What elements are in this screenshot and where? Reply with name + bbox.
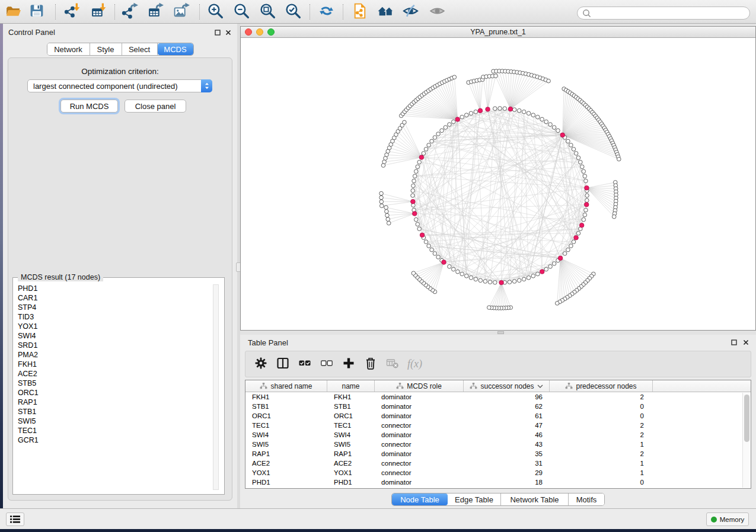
table-cell[interactable]: dominator	[375, 449, 464, 459]
graph-node[interactable]	[483, 280, 487, 284]
graph-node[interactable]	[572, 147, 576, 151]
graph-node[interactable]	[451, 120, 455, 124]
delete-column-button[interactable]	[363, 357, 378, 371]
column-header-predecessor-nodes[interactable]: predecessor nodes	[550, 380, 653, 392]
graph-node[interactable]	[427, 143, 431, 148]
graph-node[interactable]	[440, 129, 444, 133]
graph-node-mcds[interactable]	[540, 270, 544, 274]
graph-node[interactable]	[412, 271, 416, 275]
graph-node[interactable]	[540, 117, 544, 121]
table-cell[interactable]: dominator	[375, 477, 464, 487]
graph-node[interactable]	[427, 244, 431, 248]
export-table-button[interactable]	[145, 2, 166, 22]
graph-node[interactable]	[535, 272, 540, 276]
graph-node[interactable]	[584, 208, 588, 212]
table-cell[interactable]: connector	[375, 468, 464, 477]
mcds-result-item[interactable]: STB5	[18, 379, 209, 388]
graph-node[interactable]	[531, 113, 535, 117]
graph-node-mcds[interactable]	[442, 260, 446, 265]
graph-node[interactable]	[385, 210, 389, 214]
mcds-result-item[interactable]: SRD1	[18, 341, 209, 350]
table-cell[interactable]: RAP1	[327, 449, 375, 459]
table-cell[interactable]: 0	[550, 477, 653, 487]
table-row[interactable]: ORC1ORC1dominator610	[245, 411, 751, 421]
graph-node[interactable]	[563, 252, 567, 256]
share-document-button[interactable]	[349, 2, 371, 22]
graph-node[interactable]	[585, 198, 589, 203]
table-cell[interactable]: YOX1	[245, 468, 327, 477]
graph-node-mcds[interactable]	[478, 108, 483, 113]
graph-node[interactable]	[527, 111, 531, 116]
mcds-result-item[interactable]: SWI4	[18, 331, 209, 341]
table-cell[interactable]: 2	[550, 392, 653, 402]
graph-node-mcds[interactable]	[412, 211, 417, 216]
graph-node[interactable]	[508, 280, 512, 284]
table-mode-gear-button[interactable]	[254, 357, 268, 371]
graph-node[interactable]	[460, 272, 464, 276]
table-cell[interactable]: 2	[550, 421, 653, 430]
graph-node[interactable]	[424, 240, 428, 244]
graph-node-mcds[interactable]	[486, 107, 490, 112]
graph-node[interactable]	[547, 79, 551, 83]
graph-node[interactable]	[414, 217, 418, 222]
float-window-icon[interactable]	[213, 28, 222, 37]
graph-node[interactable]	[384, 206, 388, 210]
graph-node[interactable]	[417, 160, 422, 164]
tab-select[interactable]: Select	[122, 43, 158, 55]
table-cell[interactable]: RAP1	[245, 449, 327, 459]
graph-node[interactable]	[517, 278, 521, 283]
graph-node[interactable]	[464, 113, 468, 117]
table-cell[interactable]: dominator	[375, 411, 464, 421]
table-cell[interactable]: ACE2	[245, 459, 327, 468]
graph-node[interactable]	[488, 280, 492, 284]
home-networks-button[interactable]	[375, 2, 396, 22]
table-cell[interactable]: TEC1	[245, 421, 327, 430]
table-cell[interactable]: 61	[464, 411, 550, 421]
graph-node[interactable]	[522, 110, 526, 114]
graph-node-mcds[interactable]	[558, 256, 563, 261]
graph-node[interactable]	[503, 107, 507, 111]
graph-node[interactable]	[411, 188, 415, 193]
table-cell[interactable]: 46	[464, 430, 550, 440]
table-row[interactable]: FKH1FKH1dominator962	[245, 392, 751, 402]
graph-node[interactable]	[580, 165, 584, 169]
search-input[interactable]	[591, 8, 749, 18]
import-table-button[interactable]	[88, 2, 109, 22]
graph-node[interactable]	[469, 275, 473, 280]
graph-node[interactable]	[444, 126, 448, 130]
table-cell[interactable]: TEC1	[327, 421, 375, 430]
graph-node[interactable]	[493, 107, 497, 111]
table-cell[interactable]: 35	[464, 449, 550, 459]
table-cell[interactable]: PHD1	[327, 477, 375, 487]
graph-node[interactable]	[448, 265, 452, 269]
column-header-shared-name[interactable]: shared name	[245, 380, 327, 392]
graph-node[interactable]	[413, 174, 417, 178]
graph-node[interactable]	[448, 123, 452, 127]
graph-node[interactable]	[403, 120, 407, 124]
table-row[interactable]: RAP1RAP1dominator352	[245, 449, 751, 459]
graph-node[interactable]	[579, 160, 583, 164]
graph-node[interactable]	[552, 126, 556, 130]
table-cell[interactable]: 29	[464, 468, 550, 477]
graph-node[interactable]	[566, 248, 570, 252]
graph-node[interactable]	[493, 280, 497, 284]
graph-node[interactable]	[555, 302, 559, 306]
table-scrollbar[interactable]	[742, 393, 750, 488]
graph-node[interactable]	[574, 152, 578, 156]
tab-network-table[interactable]: Network Table	[501, 493, 569, 505]
select-all-button[interactable]	[298, 357, 312, 371]
mcds-result-item[interactable]: STB1	[18, 407, 209, 416]
table-cell[interactable]: SWI4	[245, 430, 327, 440]
graph-node[interactable]	[430, 139, 434, 143]
graph-node[interactable]	[416, 165, 420, 169]
column-header-successor-nodes[interactable]: successor nodes	[464, 380, 550, 392]
mcds-result-item[interactable]: GCR1	[18, 435, 209, 445]
mcds-result-item[interactable]: FKH1	[18, 360, 209, 369]
horizontal-splitter[interactable]	[240, 331, 756, 335]
graph-node[interactable]	[585, 194, 589, 198]
graph-node-mcds[interactable]	[584, 203, 589, 207]
hide-graphics-details-button[interactable]	[400, 2, 421, 22]
graph-node[interactable]	[387, 221, 391, 225]
graph-node[interactable]	[433, 252, 437, 256]
graph-node[interactable]	[416, 222, 420, 226]
